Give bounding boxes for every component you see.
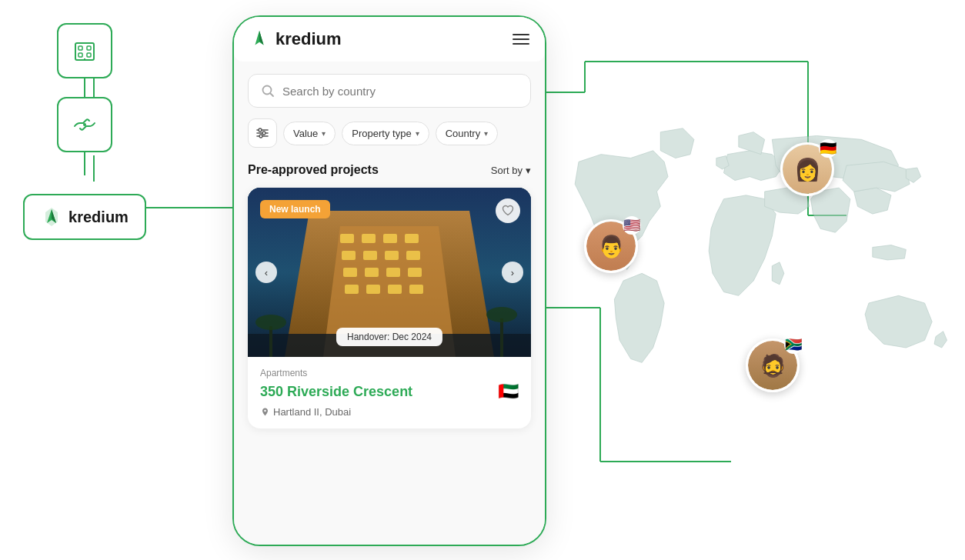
svg-rect-50 <box>409 285 423 294</box>
brand-box: kredium <box>23 194 146 240</box>
svg-rect-35 <box>340 234 354 243</box>
property-type-chevron-icon: ▾ <box>416 129 419 138</box>
svg-rect-12 <box>78 46 82 50</box>
building-icon <box>71 37 99 65</box>
hamburger-line-1 <box>513 34 529 35</box>
left-section: kredium <box>23 23 146 240</box>
phone-header: kredium <box>234 17 545 62</box>
svg-rect-39 <box>342 251 356 260</box>
property-name: 350 Riverside Crescent <box>260 384 412 400</box>
connector-v1 <box>84 78 85 97</box>
search-input[interactable] <box>282 85 518 98</box>
svg-rect-42 <box>406 251 420 260</box>
svg-point-24 <box>263 86 272 95</box>
kredium-brand: kredium <box>249 29 342 49</box>
sliders-icon <box>255 126 269 140</box>
country-chevron-icon: ▾ <box>484 129 488 138</box>
card-image-area: New launch ‹ › Handover: Dec 2024 <box>248 188 531 357</box>
svg-rect-37 <box>383 234 397 243</box>
avatar-wrapper-us: 👨 🇺🇸 <box>584 219 638 273</box>
uae-flag-icon: 🇦🇪 <box>498 382 519 402</box>
property-type-filter-chip[interactable]: Property type ▾ <box>342 122 429 145</box>
svg-rect-47 <box>345 285 359 294</box>
search-icon <box>261 84 275 98</box>
svg-rect-14 <box>78 53 82 57</box>
svg-rect-44 <box>365 268 379 277</box>
svg-point-53 <box>255 315 286 330</box>
de-flag-badge: 🇩🇪 <box>819 139 837 158</box>
building-icon-box <box>57 23 112 78</box>
svg-rect-41 <box>385 251 399 260</box>
search-bar[interactable] <box>248 74 531 108</box>
avatar-pin-us: 👨 🇺🇸 <box>584 219 638 273</box>
hamburger-line-3 <box>513 43 529 45</box>
card-info: Apartments 350 Riverside Crescent 🇦🇪 Har… <box>248 357 531 428</box>
svg-rect-11 <box>75 43 94 60</box>
filter-row: Value ▾ Property type ▾ Country ▾ <box>248 118 531 148</box>
country-filter-chip[interactable]: Country ▾ <box>436 122 499 145</box>
location-text: Hartland II, Dubai <box>273 406 351 418</box>
sort-chevron-icon: ▾ <box>526 165 531 176</box>
phone-mockup: kredium <box>232 15 546 546</box>
svg-rect-38 <box>405 234 419 243</box>
svg-rect-40 <box>363 251 377 260</box>
svg-point-30 <box>262 132 265 135</box>
kredium-logo-left <box>41 206 62 228</box>
us-flag-badge: 🇺🇸 <box>623 216 641 235</box>
sort-by-label: Sort by <box>491 165 523 176</box>
heart-icon <box>502 205 514 217</box>
projects-section-header: Pre-approved projects Sort by ▾ <box>248 163 531 177</box>
value-chevron-icon: ▾ <box>322 129 326 138</box>
avatar-pin-za: 🧔 🇿🇦 <box>746 338 800 392</box>
svg-point-18 <box>83 123 86 126</box>
value-chip-label: Value <box>293 128 318 139</box>
projects-title: Pre-approved projects <box>248 163 379 177</box>
property-card[interactable]: New launch ‹ › Handover: Dec 2024 <box>248 188 531 428</box>
za-flag-badge: 🇿🇦 <box>784 335 803 354</box>
hamburger-menu-button[interactable] <box>513 34 529 45</box>
svg-rect-13 <box>87 46 91 50</box>
next-image-button[interactable]: › <box>502 262 523 283</box>
avatar-wrapper-de: 👩 🇩🇪 <box>780 142 834 196</box>
new-launch-badge: New launch <box>260 200 330 218</box>
handshake-icon <box>71 111 99 138</box>
location-pin-icon <box>260 407 270 417</box>
avatar-wrapper-za: 🧔 🇿🇦 <box>746 338 800 392</box>
svg-rect-49 <box>388 285 402 294</box>
property-type-chip-label: Property type <box>352 128 411 139</box>
filter-icon-button[interactable] <box>248 118 277 148</box>
svg-rect-36 <box>362 234 376 243</box>
sort-by-button[interactable]: Sort by ▾ <box>491 165 531 176</box>
avatar-pin-de: 👩 🇩🇪 <box>780 142 834 196</box>
value-filter-chip[interactable]: Value ▾ <box>283 122 336 145</box>
world-map: .land { fill: #b8cfc8; stroke: #8aada4; … <box>534 23 965 560</box>
brand-box-label: kredium <box>68 208 129 226</box>
svg-line-25 <box>271 94 274 97</box>
property-type-label: Apartments <box>260 368 519 378</box>
kredium-logo-phone <box>249 29 269 49</box>
svg-rect-15 <box>87 53 91 57</box>
right-section: .land { fill: #b8cfc8; stroke: #8aada4; … <box>519 0 965 560</box>
hamburger-line-2 <box>513 38 529 40</box>
location-row: Hartland II, Dubai <box>260 406 519 418</box>
property-name-row: 350 Riverside Crescent 🇦🇪 <box>260 382 519 402</box>
svg-rect-46 <box>408 268 422 277</box>
svg-point-31 <box>259 135 262 138</box>
handshake-icon-box <box>57 97 112 152</box>
phone-brand-text: kredium <box>275 29 342 49</box>
favorite-button[interactable] <box>496 198 520 223</box>
svg-rect-48 <box>366 285 380 294</box>
svg-point-55 <box>486 307 517 322</box>
prev-image-button[interactable]: ‹ <box>255 262 277 283</box>
svg-point-29 <box>259 128 262 132</box>
scene: kredium kredium <box>0 0 965 560</box>
country-chip-label: Country <box>446 128 481 139</box>
svg-rect-45 <box>386 268 400 277</box>
svg-rect-43 <box>343 268 357 277</box>
handover-badge: Handover: Dec 2024 <box>336 328 442 346</box>
